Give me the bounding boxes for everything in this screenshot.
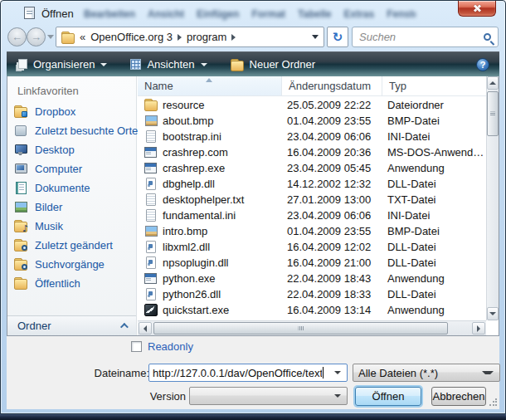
chevron-right-icon[interactable] [178, 34, 182, 41]
file-row-npsoplugin-dll[interactable]: npsoplugin.dll 16.04.2009 21:00 DLL-Date… [138, 255, 486, 271]
readonly-label[interactable]: Readonly [148, 340, 193, 353]
file-icon [144, 115, 158, 126]
address-row: ← → « OpenOffice.org 3 program ↻ Suchen [6, 27, 500, 50]
organize-label: Organisieren [33, 58, 95, 71]
title-bar[interactable]: Bearbeiten Ansicht Einfügen Format Tabel… [1, 1, 505, 26]
vertical-scrollbar-thumb[interactable] [487, 91, 499, 136]
file-date: 27.01.2009 13:00 [287, 193, 371, 206]
column-label: Name [144, 80, 173, 92]
filename-input[interactable]: http://127.0.0.1/dav/OpenOffice/text.odt [148, 364, 348, 382]
readonly-checkbox[interactable] [131, 341, 142, 352]
bg-menu-item: Extras [344, 8, 375, 20]
address-dropdown-icon[interactable] [312, 35, 319, 39]
column-header-date[interactable]: Änderungsdatum [282, 76, 382, 95]
file-type: BMP-Datei [387, 225, 440, 237]
vertical-scrollbar[interactable] [486, 76, 499, 320]
resize-grip[interactable] [489, 398, 497, 407]
views-icon [130, 59, 141, 70]
file-row-dbghelp-dll[interactable]: dbghelp.dll 14.12.2002 12:32 DLL-Datei [138, 176, 486, 192]
file-row-about-bmp[interactable]: about.bmp 01.04.2009 23:55 BMP-Datei [138, 113, 486, 129]
close-icon [472, 3, 482, 13]
sidebar-item-documents[interactable]: Dokumente [14, 179, 90, 196]
breadcrumb-item-program[interactable]: program [187, 31, 226, 43]
sidebar-item-public[interactable]: Öffentlich [14, 275, 80, 291]
background-menubar: Bearbeiten Ansicht Einfügen Format Tabel… [84, 8, 416, 20]
sidebar-item-recently-changed[interactable]: Zuletzt geändert [14, 237, 113, 253]
file-date: 25.05.2009 22:22 [287, 99, 371, 111]
nav-history-dropdown-icon[interactable] [47, 35, 54, 39]
back-button[interactable]: ← [7, 27, 27, 46]
breadcrumb-item-openoffice[interactable]: OpenOffice.org 3 [90, 31, 173, 43]
file-name: python.exe [163, 272, 216, 285]
filename-label: Dateiname: [86, 367, 149, 379]
sidebar-item-computer[interactable]: Computer [14, 160, 82, 177]
refresh-button[interactable]: ↻ [327, 27, 348, 47]
sidebar-item-dropbox[interactable]: Dropbox [14, 103, 75, 120]
version-select[interactable] [189, 387, 348, 405]
sidebar-item-desktop[interactable]: Desktop [14, 141, 75, 158]
sidebar-item-recent-places[interactable]: Zuletzt besuchte Orte [14, 122, 138, 139]
sidebar-item-searches[interactable]: Suchvorgänge [14, 256, 105, 272]
close-button[interactable] [458, 1, 496, 17]
open-dialog-window: Bearbeiten Ansicht Einfügen Format Tabel… [0, 0, 506, 414]
file-row-desktophelper-txt[interactable]: desktophelper.txt 27.01.2009 13:00 TXT-D… [138, 192, 486, 208]
column-header-type[interactable]: Typ [382, 76, 487, 95]
horizontal-scrollbar[interactable] [138, 320, 486, 335]
searches-icon [14, 258, 27, 270]
scroll-left-button[interactable] [139, 322, 152, 335]
sidebar-item-pictures[interactable]: Bilder [14, 198, 62, 215]
scroll-right-button[interactable] [472, 322, 485, 335]
file-row-resource[interactable]: resource 25.05.2009 22:22 Dateiordner [138, 97, 486, 113]
filetype-select[interactable]: Alle Dateien (*.*) [353, 364, 500, 382]
file-row-python26-dll[interactable]: python26.dll 22.04.2009 18:33 DLL-Datei [138, 286, 486, 302]
file-type: MS-DOS-Anwend… [387, 146, 484, 159]
triangle-down-icon [489, 312, 496, 315]
forward-button[interactable]: → [27, 27, 46, 46]
file-type: DLL-Datei [387, 178, 436, 190]
file-name: libxml2.dll [163, 241, 210, 253]
file-row-bootstrap-ini[interactable]: bootstrap.ini 23.04.2009 06:06 INI-Datei [138, 129, 486, 144]
scroll-up-button[interactable] [487, 76, 499, 90]
dropbox-icon [14, 105, 27, 117]
browse-area: Linkfavoriten Dropbox Zuletzt besuchte O… [7, 76, 499, 336]
file-type: Anwendung [387, 162, 445, 174]
file-row-libxml2-dll[interactable]: libxml2.dll 16.04.2009 12:02 DLL-Datei [138, 239, 486, 255]
filetype-value: Alle Dateien (*.*) [353, 367, 438, 379]
open-button[interactable]: Öffnen [355, 387, 421, 406]
folders-expander[interactable]: Ordner [7, 315, 136, 335]
views-label: Ansichten [147, 58, 194, 71]
scroll-down-button[interactable] [487, 307, 499, 320]
chevron-right-icon[interactable] [231, 34, 236, 41]
favorites-header: Linkfavoriten [17, 85, 79, 97]
breadcrumb[interactable]: « OpenOffice.org 3 program [56, 27, 324, 47]
list-header: Name Änderungsdatum Typ G [138, 76, 486, 96]
file-name: bootstrap.ini [163, 130, 221, 143]
recent-places-icon [14, 125, 27, 136]
file-icon [144, 162, 158, 173]
horizontal-scrollbar-thumb[interactable] [153, 322, 448, 335]
file-row-crashrep-exe[interactable]: crashrep.exe 23.04.2009 05:45 Anwendung [138, 160, 486, 176]
file-date: 16.04.2009 20:36 [287, 146, 371, 159]
breadcrumb-overflow-chevron[interactable]: « [80, 31, 85, 43]
sidebar-item-label: Desktop [35, 144, 75, 156]
file-name: dbghelp.dll [163, 178, 215, 190]
cancel-button[interactable]: Abbrechen [431, 387, 486, 406]
triangle-right-icon [477, 325, 480, 332]
file-row-quickstart-exe[interactable]: quickstart.exe 16.04.2009 13:14 Anwendun… [138, 302, 486, 318]
sidebar-item-music[interactable]: ♪ Musik [14, 217, 63, 234]
bg-menu-item: Einfügen [197, 8, 239, 20]
search-box[interactable]: Suchen [352, 27, 499, 47]
help-button[interactable]: ? [476, 58, 489, 71]
organize-icon [17, 59, 27, 70]
new-folder-button[interactable]: Neuer Ordner [231, 58, 315, 71]
file-name: fundamental.ini [163, 209, 236, 222]
file-row-crashrep-com[interactable]: crashrep.com 16.04.2009 20:36 MS-DOS-Anw… [138, 144, 486, 160]
column-header-name[interactable]: Name [138, 76, 282, 95]
file-row-python-exe[interactable]: python.exe 22.04.2009 18:43 Anwendung [138, 271, 486, 286]
dropdown-icon[interactable] [334, 371, 341, 374]
file-date: 22.04.2009 18:43 [287, 272, 371, 285]
file-row-intro-bmp[interactable]: intro.bmp 01.04.2009 23:55 BMP-Datei [138, 223, 486, 239]
views-button[interactable]: Ansichten [130, 58, 207, 71]
file-row-fundamental-ini[interactable]: fundamental.ini 23.04.2009 06:06 INI-Dat… [138, 208, 486, 223]
organize-button[interactable]: Organisieren [17, 58, 107, 71]
